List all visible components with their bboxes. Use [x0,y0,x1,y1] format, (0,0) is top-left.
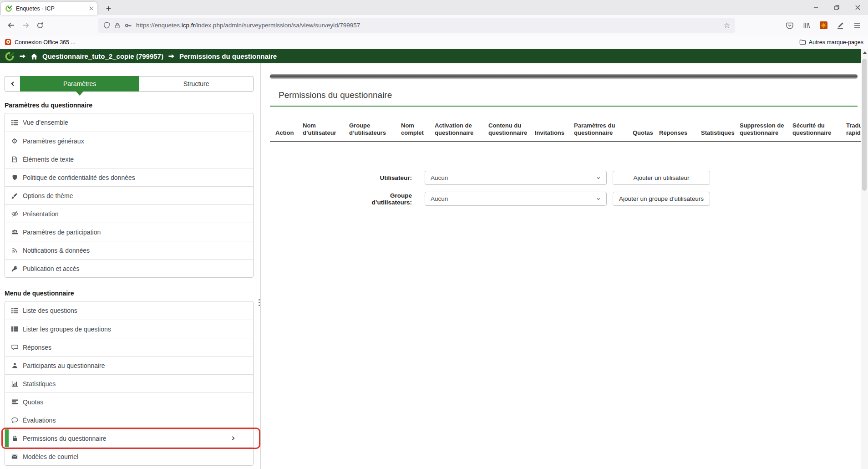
url-path: /index.php/admin/surveypermission/sa/vie… [195,22,360,29]
library-icon[interactable] [799,18,814,33]
arrow-right-icon [19,53,26,60]
scrollbar-up-arrow[interactable] [863,51,867,54]
office-icon [5,39,11,46]
divider-drag-handle[interactable] [259,299,260,306]
sidebar-item-elements-de-texte[interactable]: Éléments de texte [5,150,253,168]
lock-icon[interactable] [114,22,121,29]
item-label: Paramètres généraux [23,138,84,145]
col-header-invitations: Invitations [535,129,568,137]
home-icon[interactable] [30,53,38,60]
folder-icon [799,39,806,46]
item-label: Vue d’ensemble [23,119,68,126]
item-label: Publication et accès [23,265,80,272]
item-label: Quotas [23,398,43,406]
pocket-icon[interactable] [782,18,797,33]
group-select[interactable]: Aucun [425,192,607,206]
paint-brush-icon [10,193,19,199]
sidebar-item-liste-questions[interactable]: Liste des questions [5,301,253,320]
navigation-toolbar: https://enquetes.icp.fr/index.php/admin/… [0,15,868,36]
chevron-down-icon [596,175,601,180]
forward-icon[interactable] [18,18,33,33]
page-body: Paramètres Structure Paramètres du quest… [0,63,868,469]
limesurvey-logo[interactable] [5,51,15,61]
minimize-button[interactable] [805,0,826,15]
users-icon [10,229,19,235]
survey-menu: Liste des questions Lister les groupes d… [5,301,254,466]
sidebar-item-politique-confidentialite[interactable]: Politique de confidentialité des données [5,168,253,186]
survey-sidebar: Paramètres Structure Paramètres du quest… [0,63,261,469]
tab-structure[interactable]: Structure [139,76,254,92]
col-header-suppression: Suppression de questionnaire [740,122,786,137]
col-header-statistiques: Statistiques [701,129,735,137]
key-permission-icon[interactable] [125,22,132,29]
sidebar-item-permissions[interactable]: Permissions du questionnaire [5,429,253,447]
item-label: Lister les groupes de questions [23,326,111,333]
item-label: Modèles de courriel [23,453,78,460]
col-header-groupe-utilisateurs: Groupe d’utilisateurs [349,122,395,137]
lock-icon [10,435,19,441]
extension-pen-icon[interactable] [833,18,848,33]
tab-title: Enquetes - ICP [16,5,86,12]
back-icon[interactable] [4,18,18,33]
other-bookmarks[interactable]: Autres marque-pages [799,39,863,46]
menu-hamburger-icon[interactable] [850,18,864,33]
item-label: Présentation [23,210,59,218]
reload-icon[interactable] [33,18,47,33]
new-tab-button[interactable] [101,2,116,15]
vertical-scrollbar[interactable] [861,49,868,469]
bookmark-office-label[interactable]: Connexion Office 365 ... [15,39,76,46]
item-label: Permissions du questionnaire [23,435,107,442]
envelope-icon [10,454,19,460]
section-title-menu: Menu de questionnaire [5,290,254,297]
sidebar-item-parametres-generaux[interactable]: ⚙ Paramètres généraux [5,132,253,150]
comment-icon [10,344,19,351]
sidebar-item-quotas[interactable]: Quotas [5,393,253,411]
user-select-value: Aucun [431,174,448,181]
bookmark-star-icon[interactable]: ☆ [724,21,730,30]
panel-top-shadow [270,74,858,78]
url-text[interactable]: https://enquetes.icp.fr/index.php/admin/… [136,22,720,29]
th-list-icon [10,326,19,332]
extension-orange-icon[interactable] [816,18,831,33]
user-label: Utilisateur: [366,174,412,181]
browser-tab[interactable]: Enquetes - ICP [1,2,97,15]
shield-icon[interactable] [103,22,110,29]
quotas-lines-icon [10,398,19,405]
col-header-reponses: Réponses [659,129,695,137]
sidebar-item-vue-densemble[interactable]: Vue d’ensemble [5,113,253,132]
chevron-down-icon [596,196,601,201]
scrollbar-thumb[interactable] [862,59,867,191]
col-header-quotas: Quotas [633,129,653,137]
sidebar-item-presentation[interactable]: Présentation [5,204,253,223]
sidebar-collapse-button[interactable] [5,76,20,92]
close-button[interactable] [847,0,868,15]
group-select-value: Aucun [431,195,448,202]
sidebar-item-participants[interactable]: Participants au questionnaire [5,356,253,374]
group-row: Groupe d’utilisateurs: Aucun Ajouter un … [270,192,868,206]
breadcrumb-bar: Questionnaire_tuto_2_copie (799957) Perm… [0,49,861,63]
restore-button[interactable] [826,0,847,15]
window-controls [805,0,868,15]
user-select[interactable]: Aucun [425,171,607,185]
sidebar-item-options-de-theme[interactable]: Options de thème [5,186,253,204]
breadcrumb-survey[interactable]: Questionnaire_tuto_2_copie (799957) [42,52,163,60]
col-header-action: Action [275,129,296,137]
add-group-button[interactable]: Ajouter un groupe d’utilisateurs [613,192,710,206]
tab-parametres[interactable]: Paramètres [20,76,139,92]
sidebar-item-reponses[interactable]: Réponses [5,338,253,356]
url-bar[interactable]: https://enquetes.icp.fr/index.php/admin/… [98,18,735,33]
add-user-button[interactable]: Ajouter un utilisateur [613,171,710,185]
key-icon [10,265,19,272]
item-label: Options de thème [23,192,73,199]
tab-close-icon[interactable] [89,6,93,10]
group-label: Groupe d’utilisateurs: [366,192,412,206]
sidebar-item-publication-acces[interactable]: Publication et accès [5,259,253,277]
sidebar-item-notifications-donnees[interactable]: Notifications & données [5,241,253,259]
sidebar-item-parametres-participation[interactable]: Paramètres de participation [5,223,253,241]
sidebar-item-groupes-questions[interactable]: Lister les groupes de questions [5,320,253,338]
sidebar-item-evaluations[interactable]: Évaluations [5,411,253,429]
sidebar-item-statistiques[interactable]: Statistiques [5,374,253,393]
item-label: Paramètres de participation [23,229,101,236]
sidebar-item-modeles-courriel[interactable]: Modèles de courriel [5,447,253,465]
settings-menu: Vue d’ensemble ⚙ Paramètres généraux Élé… [5,113,254,278]
